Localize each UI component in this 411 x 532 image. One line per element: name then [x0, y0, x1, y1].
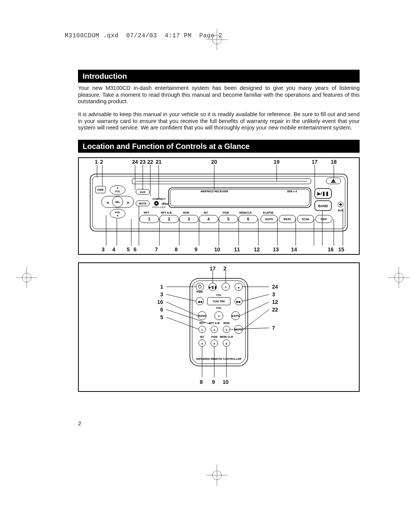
intro-paragraph-2: It is advisable to keep this manual in y…: [78, 111, 360, 131]
svg-text:3: 3: [188, 217, 190, 221]
remote-callout: 3: [160, 291, 163, 297]
svg-text:PWR: PWR: [197, 291, 203, 293]
svg-text:COMPACT: COMPACT: [153, 198, 166, 200]
svg-text:5: 5: [227, 217, 229, 221]
svg-text:◀◀: ◀◀: [198, 300, 202, 304]
remote-callout: 16: [157, 299, 163, 305]
crop-mark-right: [387, 266, 410, 289]
svg-text:AM/FM/CD RECEIVER: AM/FM/CD RECEIVER: [201, 190, 228, 193]
svg-text:AS/PS: AS/PS: [231, 315, 239, 317]
svg-text:MEM/CLR: MEM/CLR: [239, 211, 252, 214]
section-heading-intro: Introduction: [78, 70, 360, 83]
svg-text:5: 5: [213, 342, 215, 345]
crop-mark-left: [15, 266, 38, 289]
svg-text:∨: ∨: [218, 314, 220, 318]
svg-text:▶/❚❚: ▶/❚❚: [317, 191, 328, 196]
remote-diagram: PWR ▶/❚❚ ∧ ▴ VOL ◀◀ TUN/ TRK ▶▶ VOL BAND…: [78, 262, 360, 392]
remote-callout: 8: [200, 379, 203, 385]
svg-text:RDM: RDM: [223, 322, 229, 324]
svg-text:▶▶: ▶▶: [236, 300, 241, 304]
svg-text:BASS: BASS: [284, 218, 291, 220]
svg-point-105: [196, 283, 204, 291]
remote-callout: 6: [160, 307, 163, 313]
remote-callout: 1: [160, 284, 163, 290]
svg-text:▴: ▴: [238, 285, 240, 289]
svg-text:AUX: AUX: [140, 191, 146, 193]
remote-callout: 3: [272, 291, 275, 297]
svg-text:6: 6: [226, 342, 227, 345]
svg-text:«: «: [107, 200, 109, 205]
svg-text:BAND: BAND: [318, 204, 328, 208]
head-unit-diagram: 122423222120191718 345678910111213141615…: [78, 157, 360, 255]
svg-point-48: [339, 203, 342, 206]
svg-text:RPT A-B: RPT A-B: [161, 211, 172, 214]
svg-text:»: »: [127, 200, 129, 205]
svg-text:▶/❚❚: ▶/❚❚: [208, 286, 217, 289]
svg-text:DISP: DISP: [321, 218, 327, 220]
svg-text:MUTE: MUTE: [235, 328, 242, 331]
svg-text:disc: disc: [162, 202, 169, 206]
svg-text:SEL: SEL: [115, 201, 120, 203]
svg-text:BAND: BAND: [198, 315, 206, 317]
remote-callout: 2: [223, 265, 226, 272]
svg-text:4: 4: [207, 217, 210, 221]
svg-text:INT: INT: [204, 211, 208, 214]
remote-callout: 10: [223, 379, 229, 385]
svg-text:SCAN: SCAN: [302, 218, 309, 220]
svg-text:VOL: VOL: [115, 190, 121, 193]
svg-text:INT: INT: [200, 335, 204, 338]
remote-callout: 22: [272, 307, 278, 313]
svg-text:RPT: RPT: [144, 211, 150, 214]
svg-text:RDM: RDM: [183, 211, 189, 214]
svg-text:6: 6: [247, 217, 249, 221]
svg-text:TUN/ TRK: TUN/ TRK: [213, 300, 225, 303]
svg-text:PWR: PWR: [97, 189, 104, 191]
svg-text:4: 4: [201, 342, 203, 345]
svg-text:ELAPSE: ELAPSE: [263, 211, 274, 214]
svg-text:PGM: PGM: [211, 335, 217, 338]
page-number: 2: [78, 420, 81, 427]
svg-text:AUX: AUX: [338, 209, 344, 212]
svg-text:RPT A-B: RPT A-B: [209, 322, 220, 324]
svg-text:MEM/ CLR: MEM/ CLR: [220, 335, 233, 338]
remote-callout: 24: [272, 284, 278, 290]
svg-text:3: 3: [226, 329, 227, 331]
svg-text:MUTE: MUTE: [139, 202, 147, 205]
svg-text:30W x 4: 30W x 4: [287, 190, 297, 193]
svg-text:1: 1: [148, 217, 150, 221]
svg-text:VOL: VOL: [216, 294, 222, 296]
svg-text:PGM: PGM: [223, 211, 229, 214]
svg-point-27: [110, 209, 125, 218]
svg-text:AS/PS: AS/PS: [265, 218, 273, 220]
remote-callout: 7: [272, 325, 275, 331]
remote-callout: 12: [272, 299, 278, 305]
svg-text:INFRARED REMOTE CONTROLLER: INFRARED REMOTE CONTROLLER: [196, 358, 242, 360]
svg-text:VOL: VOL: [216, 307, 222, 309]
remote-callout: 9: [212, 379, 215, 385]
remote-callout: 5: [160, 314, 163, 320]
prepress-header: M3100CDUM .qxd 07/24/03 4:17 PM Page 2: [65, 32, 222, 39]
svg-text:VOL: VOL: [115, 211, 121, 214]
svg-text:2: 2: [213, 329, 215, 331]
svg-text:1: 1: [201, 329, 203, 331]
crop-mark-bottom: [206, 464, 228, 487]
remote-callout: 17: [210, 265, 216, 272]
svg-point-36: [156, 203, 157, 204]
svg-text:2: 2: [168, 217, 170, 221]
page-content: Introduction Your new M3100CD in-dash en…: [78, 70, 360, 392]
section-heading-controls: Location and Function of Controls at a G…: [78, 140, 360, 153]
svg-text:DIGITAL AUDIO: DIGITAL AUDIO: [152, 206, 166, 208]
crop-mark-top: [206, 28, 228, 51]
intro-paragraph-1: Your new M3100CD in-dash entertainment s…: [78, 85, 360, 105]
svg-text:∧: ∧: [225, 285, 227, 289]
